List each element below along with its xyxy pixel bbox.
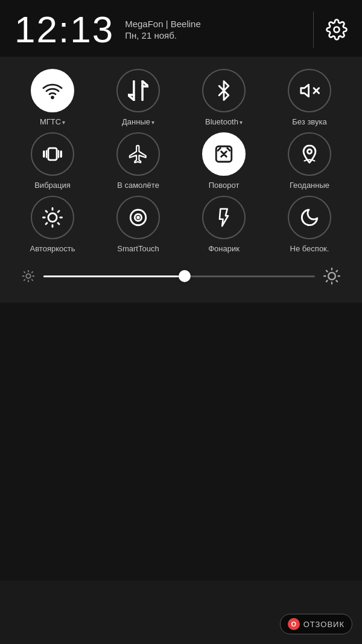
- svg-line-21: [46, 223, 47, 224]
- tile-flashlight[interactable]: Фонарик: [188, 196, 260, 253]
- tile-geodata[interactable]: Геоданные: [273, 132, 346, 190]
- airplane-icon: [128, 144, 148, 164]
- svg-line-22: [58, 211, 59, 212]
- svg-line-33: [24, 280, 25, 280]
- svg-point-0: [334, 27, 340, 33]
- watermark: О ОТЗОВИК: [280, 614, 352, 634]
- tile-auto-brightness[interactable]: Автояркость: [16, 196, 89, 253]
- data-icon-wrap: [116, 69, 160, 112]
- geodata-icon-wrap: [288, 132, 331, 176]
- wifi-icon: [42, 80, 63, 101]
- sound-off-icon: [299, 80, 320, 101]
- airplane-icon-wrap: [116, 132, 160, 176]
- watermark-text: ОТЗОВИК: [303, 620, 345, 629]
- wifi-label: МГТС▾: [40, 117, 65, 126]
- donotdisturb-label: Не беспок.: [290, 244, 329, 253]
- auto-brightness-icon-wrap: [31, 196, 74, 239]
- data-label: Данные▾: [122, 117, 154, 126]
- rotation-label: Поворот: [209, 181, 240, 190]
- smarttouch-icon: [128, 207, 148, 228]
- tile-smarttouch[interactable]: SmartTouch: [102, 196, 174, 253]
- geodata-icon: [299, 144, 320, 164]
- date-info: MegaFon | Beeline Пн, 21 нояб.: [125, 19, 201, 40]
- svg-line-34: [32, 272, 33, 272]
- watermark-icon: О: [288, 618, 300, 630]
- brightness-fill: [43, 275, 185, 277]
- svg-point-14: [48, 213, 57, 222]
- tile-donotdisturb[interactable]: Не беспок.: [273, 196, 346, 253]
- vibration-icon-wrap: [31, 132, 74, 176]
- flashlight-icon: [214, 207, 234, 228]
- time-section: 12:13 MegaFon | Beeline Пн, 21 нояб.: [14, 11, 201, 48]
- clock: 12:13: [14, 11, 114, 48]
- svg-line-39: [336, 280, 337, 282]
- tile-bluetooth[interactable]: Bluetooth▾: [188, 69, 260, 126]
- geodata-label: Геоданные: [290, 181, 329, 190]
- tile-row-2: Вибрация В самолёте Поворот: [10, 132, 352, 190]
- carrier-text: MegaFon | Beeline: [125, 19, 201, 29]
- svg-line-17: [46, 211, 47, 212]
- tile-data[interactable]: Данные▾: [102, 69, 174, 126]
- sun-icon: [42, 207, 63, 228]
- smarttouch-icon-wrap: [116, 196, 160, 239]
- brightness-high-icon: [323, 268, 340, 285]
- settings-icon[interactable]: [326, 19, 348, 40]
- control-panel: МГТС▾ Данные▾ B: [0, 57, 362, 303]
- tile-wifi[interactable]: МГТС▾: [16, 69, 89, 126]
- airplane-label: В самолёте: [117, 181, 159, 190]
- auto-brightness-label: Автояркость: [30, 244, 75, 253]
- brightness-section: [10, 259, 352, 293]
- vibration-icon: [42, 144, 63, 164]
- tile-rotation[interactable]: Поворот: [188, 132, 260, 190]
- svg-line-43: [336, 271, 337, 272]
- tile-airplane[interactable]: В самолёте: [102, 132, 174, 190]
- moon-icon: [299, 207, 320, 228]
- svg-marker-4: [301, 85, 309, 97]
- svg-point-1: [52, 97, 54, 98]
- svg-line-29: [24, 272, 25, 272]
- smarttouch-label: SmartTouch: [117, 244, 159, 253]
- flashlight-icon-wrap: [202, 196, 246, 239]
- tile-vibration[interactable]: Вибрация: [16, 132, 89, 190]
- donotdisturb-icon-wrap: [288, 196, 331, 239]
- brightness-slider-track[interactable]: [43, 275, 315, 277]
- brightness-low-icon: [22, 269, 35, 283]
- brightness-thumb[interactable]: [179, 270, 191, 282]
- date-text: Пн, 21 нояб.: [125, 30, 201, 40]
- svg-point-13: [307, 149, 311, 153]
- bluetooth-label: Bluetooth▾: [205, 117, 243, 126]
- svg-line-38: [326, 271, 328, 272]
- data-icon: [128, 80, 148, 101]
- bottom-area: [0, 303, 362, 581]
- bluetooth-icon: [214, 80, 234, 101]
- tile-row-3: Автояркость SmartTouch Фонарик: [10, 196, 352, 253]
- svg-line-30: [32, 280, 33, 280]
- svg-point-25: [138, 217, 139, 219]
- rotation-icon: [214, 144, 234, 164]
- sound-icon-wrap: [288, 69, 331, 112]
- svg-line-18: [58, 223, 59, 224]
- svg-point-26: [26, 274, 30, 278]
- svg-line-42: [326, 280, 328, 282]
- sound-label: Без звука: [292, 117, 326, 126]
- bluetooth-icon-wrap: [202, 69, 246, 112]
- divider: [313, 11, 314, 48]
- svg-point-35: [328, 272, 335, 280]
- status-bar: 12:13 MegaFon | Beeline Пн, 21 нояб.: [0, 0, 362, 57]
- wifi-icon-wrap: [31, 69, 74, 112]
- rotation-icon-wrap: [202, 132, 246, 176]
- svg-rect-7: [48, 148, 57, 160]
- tile-sound[interactable]: Без звука: [273, 69, 346, 126]
- tile-row-1: МГТС▾ Данные▾ B: [10, 69, 352, 126]
- vibration-label: Вибрация: [34, 181, 71, 190]
- flashlight-label: Фонарик: [208, 244, 240, 253]
